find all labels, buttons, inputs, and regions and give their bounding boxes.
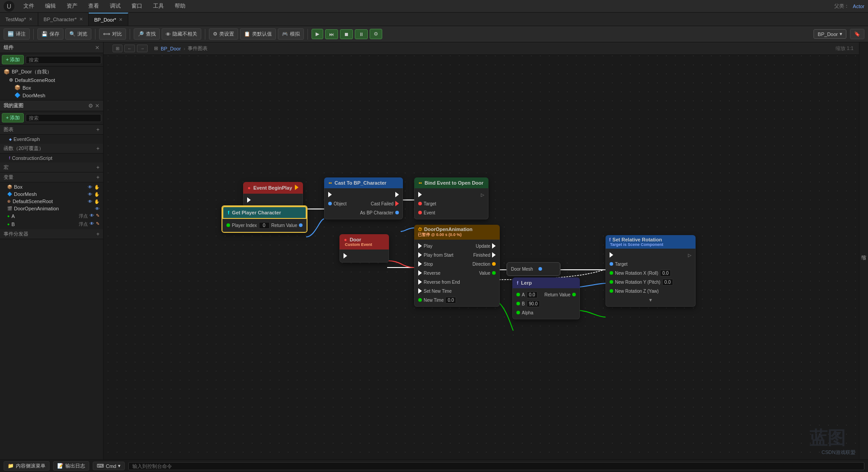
event-dispatchers-title: 事件分发器 — [4, 231, 28, 237]
toolbar-browse[interactable]: 🔍 浏览 — [65, 28, 91, 40]
blueprint-canvas[interactable]: ⊞ ← → ⊞ BP_Door › 事件图表 缩放 1:1 — [104, 42, 859, 459]
tab-bp-character[interactable]: BP_Character* ✕ — [38, 13, 89, 26]
bind-target-pin — [418, 202, 422, 205]
anim-update-label: Update — [476, 244, 490, 249]
tab-bp-door[interactable]: BP_Door* ✕ — [89, 13, 128, 26]
components-search[interactable] — [26, 56, 101, 64]
node-get-player-character[interactable]: f Get Player Character Player Index 0 Re… — [222, 205, 307, 233]
functions-section-header[interactable]: 函数（20可覆盖） + — [0, 144, 103, 154]
tab-bp-character-close[interactable]: ✕ — [79, 17, 83, 22]
menu-asset[interactable]: 资产 — [65, 1, 79, 11]
node-door-custom-event[interactable]: ● Door Custom Event — [339, 234, 389, 263]
toolbar-play2[interactable]: ⏭ — [325, 29, 338, 39]
menu-edit[interactable]: 编辑 — [43, 1, 58, 11]
var-door-mesh[interactable]: 🔷 DoorMesh 👁 ✋ — [0, 191, 103, 198]
graphs-add-icon[interactable]: + — [96, 127, 99, 133]
my-blueprint-add-btn[interactable]: + 添加 — [2, 113, 24, 123]
components-add-btn[interactable]: + 添加 — [2, 55, 24, 64]
node-event-beginplay-header: ● Event BeginPlay — [243, 182, 303, 194]
functions-add-icon[interactable]: + — [96, 145, 99, 152]
setrot-expand-icon[interactable]: ▾ — [649, 297, 652, 303]
toolbar-play[interactable]: ▶ — [312, 29, 323, 39]
node-bind-event-open-door[interactable]: •• Bind Event to Open Door ▷ Target Even… — [414, 177, 488, 219]
var-box[interactable]: 📦 Box 👁 ✋ — [0, 183, 103, 191]
toolbar-settings2[interactable]: ⚙ — [370, 29, 382, 39]
play-icon: ▶ — [316, 31, 319, 37]
function-construction-script[interactable]: f ConstructionScript — [0, 154, 103, 162]
nav-back-btn[interactable]: ← — [124, 45, 135, 52]
right-panel[interactable]: 缩节 — [859, 42, 868, 459]
macros-section-header[interactable]: 宏 + — [0, 163, 103, 172]
variables-add-icon[interactable]: + — [96, 174, 99, 181]
toolbar-hide-unrelated[interactable]: 👁 隐藏不相关 — [162, 28, 201, 40]
functions-section-title: 函数（20可覆盖） — [4, 145, 44, 152]
node-lerp[interactable]: f Lerp A 0.0 Return Value B 90.0 — [512, 277, 580, 319]
var-b[interactable]: ● B 浮点 👁 ✎ — [0, 220, 103, 228]
breadcrumb-root[interactable]: BP_Door — [161, 46, 181, 51]
setrot-rx-value[interactable]: 0.0 — [660, 270, 671, 277]
toolbar-translate[interactable]: 🔤 译注 — [4, 28, 30, 40]
toolbar-class-settings[interactable]: ⚙ 类设置 — [209, 28, 238, 40]
tree-item-box[interactable]: 📦 Box — [11, 84, 103, 91]
toolbar-find[interactable]: 🔎 查找 — [134, 28, 160, 40]
tab-testmap-close[interactable]: ✕ — [29, 17, 32, 22]
door-mesh-ref-row: Door Mesh — [507, 264, 560, 273]
lerp-a-value[interactable]: 0.0 — [527, 291, 538, 298]
menu-debug[interactable]: 调试 — [108, 1, 122, 11]
menu-file[interactable]: 文件 — [22, 1, 36, 11]
macros-add-icon[interactable]: + — [96, 164, 99, 171]
toolbar-stop[interactable]: ⏹ — [340, 29, 353, 39]
setrot-ry-value[interactable]: 0.0 — [662, 279, 673, 286]
variables-section-header[interactable]: 变量 + — [0, 172, 103, 182]
my-blueprint-settings-icon[interactable]: ⚙ — [88, 103, 93, 109]
menu-view[interactable]: 查看 — [86, 1, 101, 11]
door-exec-row — [340, 251, 389, 260]
event-dispatchers-add-icon[interactable]: + — [96, 231, 99, 237]
anim-update-out — [492, 243, 496, 249]
tree-item-default-scene-root[interactable]: ⊕ DefaultSceneRoot — [5, 76, 103, 84]
graph-event-graph[interactable]: ◆ EventGraph — [0, 136, 103, 143]
output-log-btn[interactable]: 📝 输出日志 — [53, 461, 89, 471]
my-blueprint-search[interactable] — [26, 114, 101, 122]
tree-item-door-mesh[interactable]: 🔷 DoorMesh — [11, 91, 103, 99]
blueprint-selector[interactable]: BP_Door ▾ — [814, 29, 846, 39]
menu-window[interactable]: 窗口 — [130, 1, 144, 11]
event-beginplay-exec-out-pin — [295, 185, 298, 191]
tab-bp-door-close[interactable]: ✕ — [119, 17, 122, 22]
var-door-open-anim[interactable]: 🎬 DoorOpenAnimation 👁 — [0, 205, 103, 212]
anim-direction-label: Direction — [473, 262, 490, 267]
content-browser-btn[interactable]: 📁 内容侧滚菜单 — [4, 461, 50, 471]
nav-forward-btn[interactable]: → — [137, 45, 148, 52]
lerp-b-value[interactable]: 90.0 — [527, 300, 540, 307]
var-default-scene-root[interactable]: ⊕ DefaultSceneRoot 👁 ✋ — [0, 198, 103, 205]
node-event-beginplay[interactable]: ● Event BeginPlay — [243, 182, 303, 207]
console-input[interactable] — [128, 462, 864, 470]
tab-testmap[interactable]: TestMap* ✕ — [0, 13, 38, 26]
toolbar-simulate[interactable]: 🎮 模拟 — [278, 28, 304, 40]
anim-value-pin — [492, 271, 496, 275]
anim-stop-row: Stop Direction — [415, 259, 499, 268]
player-index-value[interactable]: 0 — [259, 222, 270, 229]
toolbar-bookmark[interactable]: 🔖 — [850, 29, 864, 39]
node-door-open-animation[interactable]: ⏱ DoorOpenAnimation 已暂停 @ 0.00 s (0.0 %)… — [414, 225, 500, 307]
toolbar-save[interactable]: 💾 保存 — [37, 28, 63, 40]
cmd-btn[interactable]: ⌨ Cmd ▾ — [93, 462, 125, 470]
toolbar-pause[interactable]: ⏸ — [355, 29, 368, 39]
anim-nt-value[interactable]: 0.0 — [445, 297, 456, 304]
node-cast-bp-character[interactable]: •• Cast To BP_Character Object Cast Fail… — [324, 177, 403, 219]
menu-help[interactable]: 帮助 — [173, 1, 187, 11]
toolbar-class-defaults[interactable]: 📋 类默认值 — [240, 28, 276, 40]
event-dispatchers-section-header[interactable]: 事件分发器 + — [0, 229, 103, 239]
lerp-alpha-label: Alpha — [522, 310, 533, 315]
var-dsr-eye-icon: 👁 — [88, 199, 92, 204]
node-set-relative-rotation[interactable]: f Set Relative Rotation Target is Scene … — [606, 235, 696, 307]
graphs-section-header[interactable]: 图表 + — [0, 125, 103, 135]
toolbar-diff[interactable]: ⟺ 对比 — [99, 28, 126, 40]
nav-grid-btn[interactable]: ⊞ — [113, 45, 122, 52]
tree-item-bp-door[interactable]: 📦 BP_Door（自我） — [0, 68, 103, 76]
node-door-mesh-ref[interactable]: Door Mesh — [506, 262, 561, 276]
components-panel-close[interactable]: ✕ — [95, 45, 99, 51]
my-blueprint-close[interactable]: ✕ — [95, 103, 99, 109]
var-a[interactable]: ● A 浮点 👁 ✎ — [0, 212, 103, 220]
menu-tools[interactable]: 工具 — [151, 1, 166, 11]
